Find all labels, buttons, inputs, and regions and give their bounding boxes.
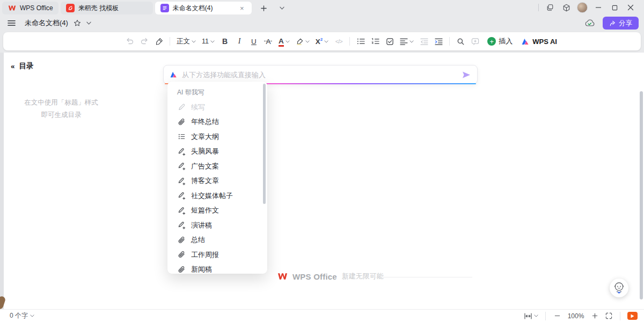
ai-menu-item[interactable]: 总结 [167, 233, 267, 248]
tab-docer-templates[interactable]: 来稻壳 找模板 [61, 2, 153, 14]
chevron-down-icon [286, 40, 290, 43]
title-chevron-icon[interactable] [86, 21, 91, 25]
cloud-saved-icon[interactable] [584, 19, 595, 27]
maximize-button[interactable] [606, 1, 623, 14]
word-count-value: 0 个字 [10, 311, 28, 320]
ai-menu-item-label: 年终总结 [191, 117, 219, 127]
ai-menu-item-label: 头脑风暴 [191, 147, 219, 156]
multi-window-icon[interactable] [542, 1, 558, 14]
ai-prompt-input[interactable] [182, 71, 458, 79]
docer-logo-icon [66, 4, 75, 12]
menu-scrollbar[interactable] [263, 84, 266, 204]
collapse-panel-icon[interactable]: « [11, 62, 15, 70]
redo-button[interactable] [139, 35, 150, 48]
menu-row: 未命名文档(4) 分享 [0, 15, 644, 31]
increase-indent-button[interactable] [433, 35, 444, 48]
vertical-scrollbar[interactable] [640, 91, 643, 299]
share-button[interactable]: 分享 [603, 17, 639, 30]
paragraph-style-select[interactable]: 正文 [175, 37, 197, 46]
avatar[interactable] [574, 1, 590, 14]
ai-menu-item[interactable]: 博客文章 [167, 174, 267, 189]
statusbar-right: 100% [524, 311, 638, 321]
window-left-edge [0, 53, 4, 322]
divider [170, 37, 170, 46]
highlight-button[interactable] [295, 38, 311, 46]
ai-menu-item[interactable]: 续写 [167, 100, 267, 115]
share-icon [609, 20, 616, 27]
document-placeholder-line [376, 277, 472, 277]
ai-menu-item-label: 广告文案 [191, 162, 219, 171]
zoom-level-value[interactable]: 100% [567, 312, 585, 320]
insert-button[interactable]: + 插入 [487, 36, 513, 46]
ai-menu-item[interactable]: 年终总结 [167, 115, 267, 130]
tab-close-icon[interactable]: × [238, 4, 246, 12]
superscript-button[interactable]: X2 [314, 37, 330, 46]
wps-logo-icon [8, 4, 16, 12]
tab-list-chevron-icon[interactable] [276, 2, 288, 14]
ai-menu-item[interactable]: 工作周报 [167, 247, 267, 262]
divider [349, 37, 350, 46]
close-button[interactable] [623, 1, 639, 14]
italic-button[interactable]: I [234, 35, 245, 48]
ai-menu-item[interactable]: 演讲稿 [167, 218, 267, 233]
new-tab-button[interactable] [258, 2, 270, 14]
hamburger-menu-icon[interactable] [5, 17, 17, 30]
zoom-in-button[interactable] [590, 311, 599, 321]
alignment-button[interactable] [399, 38, 415, 45]
outline-panel-title: 目录 [19, 61, 34, 71]
watermark-brand: WPS Office [292, 272, 337, 281]
checkbox-list-button[interactable] [384, 35, 395, 48]
undo-button[interactable] [125, 35, 135, 48]
favorite-star-icon[interactable] [74, 19, 81, 27]
decrease-indent-button[interactable] [419, 35, 429, 48]
tab-wps-home[interactable]: WPS Office [2, 2, 58, 14]
tab-label: 未命名文档(4) [173, 4, 213, 13]
fit-width-icon [524, 313, 532, 319]
bullet-list-button[interactable] [355, 35, 366, 48]
ai-menu-item-label: 工作周报 [191, 250, 219, 260]
numbered-list-button[interactable] [370, 35, 380, 48]
code-block-button[interactable]: </> [333, 35, 344, 48]
ai-menu-item[interactable]: 短篇作文 [167, 203, 267, 218]
assistant-mascot-icon[interactable] [610, 279, 628, 297]
chevron-down-icon [324, 40, 328, 43]
comment-button[interactable] [470, 35, 480, 48]
word-count-dropdown[interactable]: 0 个字 [10, 311, 34, 320]
page-width-view-button[interactable] [524, 311, 538, 321]
chevron-down-icon [409, 40, 414, 43]
share-label: 分享 [619, 19, 632, 28]
minimize-button[interactable] [590, 1, 606, 14]
wps-logo-icon [277, 273, 288, 280]
tab-untitled-document[interactable]: 未命名文档(4) × [155, 2, 252, 14]
outline-hint-line1: 在文中使用「标题」样式 [13, 97, 109, 109]
send-icon[interactable] [462, 71, 471, 78]
titlebar: WPS Office 来稻壳 找模板 未命名文档(4) × [0, 0, 644, 15]
paperclip-icon [177, 118, 186, 126]
chevron-down-icon [305, 40, 310, 43]
divider [545, 312, 546, 320]
paragraph-style-value: 正文 [177, 37, 190, 46]
font-color-button[interactable]: A [277, 37, 291, 46]
ai-menu-item[interactable]: 社交媒体帖子 [167, 188, 267, 203]
ai-menu-item[interactable]: 头脑风暴 [167, 144, 267, 159]
pen-plus-icon [177, 221, 186, 230]
wps-ai-button[interactable]: WPS AI [522, 38, 557, 46]
format-painter-button[interactable] [153, 35, 164, 48]
divider [620, 312, 620, 320]
underline-button[interactable]: U [248, 35, 259, 48]
bold-button[interactable]: B [219, 35, 230, 48]
ai-menu-item-label: 演讲稿 [191, 221, 212, 230]
strikethrough-button[interactable]: A [263, 35, 274, 48]
fullscreen-button[interactable] [604, 311, 613, 321]
workspace-cube-icon[interactable] [558, 1, 574, 14]
font-size-select[interactable]: 11 [201, 38, 216, 45]
outline-panel-header: « 目录 [11, 61, 34, 71]
search-button[interactable] [455, 35, 466, 48]
play-icon [631, 314, 634, 318]
ai-menu-item[interactable]: 新闻稿 [167, 262, 267, 274]
ai-menu-item-label: 文章大纲 [191, 132, 219, 142]
zoom-out-button[interactable] [553, 311, 561, 321]
tutorial-video-button[interactable] [627, 312, 638, 320]
ai-menu-item[interactable]: 广告文案 [167, 159, 267, 174]
ai-menu-item[interactable]: 文章大纲 [167, 129, 267, 144]
